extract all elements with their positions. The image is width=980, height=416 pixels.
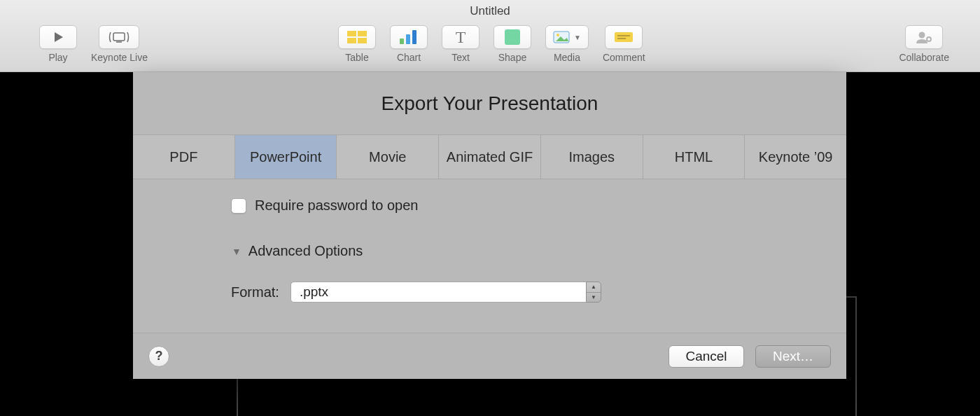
media-icon [553,31,570,43]
toolbar-item-keynote-live: Keynote Live [91,25,148,63]
play-button[interactable] [39,25,77,49]
toolbar-item-media: ▼ Media [545,25,589,63]
svg-marker-0 [55,32,63,42]
chevron-down-icon: ▼ [574,34,581,41]
play-label: Play [48,52,67,63]
toolbar-item-shape: Shape [493,25,531,63]
tab-powerpoint[interactable]: PowerPoint [235,135,337,179]
format-label: Format: [231,284,279,300]
toolbar-item-comment: Comment [603,25,645,63]
sheet-footer: ? Cancel Next… [133,333,846,379]
table-button[interactable] [338,25,376,49]
format-popup[interactable]: .pptx ▲ ▼ [290,282,601,303]
chart-button[interactable] [390,25,428,49]
chevron-down-icon: ▼ [587,293,601,303]
shape-icon [505,29,520,45]
toolbar-item-table: Table [338,25,376,63]
advanced-options-label: Advanced Options [248,243,363,259]
require-password-checkbox[interactable] [231,198,246,214]
tab-images[interactable]: Images [541,135,643,179]
toolbar-item-play: Play [39,25,77,63]
shape-button[interactable] [493,25,531,49]
comment-icon [615,32,633,42]
advanced-options-row[interactable]: ▼ Advanced Options [232,243,846,259]
sheet-body: Require password to open ▼ Advanced Opti… [133,179,846,321]
text-button[interactable]: T [442,25,479,49]
export-tabs: PDF PowerPoint Movie Animated GIF Images… [133,135,846,179]
collaborate-icon [914,30,934,44]
toolbar-right: Collaborate [899,25,949,63]
tab-html[interactable]: HTML [643,135,746,179]
table-label: Table [345,52,368,63]
media-button[interactable]: ▼ [545,25,589,49]
chart-label: Chart [397,52,421,63]
chart-icon [399,30,419,44]
tab-movie[interactable]: Movie [337,135,439,179]
svg-rect-1 [113,33,125,41]
sheet-title-row: Export Your Presentation [133,72,846,135]
toolbar-item-chart: Chart [390,25,428,63]
text-label: Text [451,52,470,63]
comment-button[interactable] [605,25,643,49]
comment-label: Comment [603,52,645,63]
keynote-live-button[interactable] [99,25,139,49]
text-icon: T [456,29,466,46]
tab-animated-gif[interactable]: Animated GIF [439,135,541,179]
tab-pdf[interactable]: PDF [133,135,235,179]
chevron-up-icon: ▲ [587,282,601,293]
format-value: .pptx [290,282,586,303]
keynote-live-icon [106,30,132,44]
toolbar-left: Play Keynote Live [39,25,148,63]
play-icon [52,31,64,43]
collaborate-label: Collaborate [899,52,949,63]
export-sheet: Export Your Presentation PDF PowerPoint … [133,72,846,379]
svg-point-4 [556,34,559,36]
disclosure-triangle-icon: ▼ [232,246,241,257]
next-button[interactable]: Next… [755,345,831,368]
sheet-title: Export Your Presentation [382,92,598,115]
help-button[interactable]: ? [148,346,169,367]
popup-stepper-icon[interactable]: ▲ ▼ [586,282,601,303]
toolbar-center: Table Chart T Text Shape [338,25,645,63]
table-icon [347,31,367,43]
titlebar: Untitled Play Keynot [0,0,980,72]
collaborate-button[interactable] [905,25,943,49]
toolbar-item-text: T Text [442,25,479,63]
require-password-row: Require password to open [231,197,846,214]
toolbar-item-collaborate: Collaborate [899,25,949,63]
require-password-label: Require password to open [255,197,418,214]
cancel-button[interactable]: Cancel [668,345,744,368]
media-label: Media [554,52,580,63]
shape-label: Shape [498,52,526,63]
window-title: Untitled [0,4,980,18]
tab-keynote09[interactable]: Keynote ’09 [745,135,846,179]
keynote-live-label: Keynote Live [91,52,148,63]
format-row: Format: .pptx ▲ ▼ [231,282,846,303]
svg-point-6 [919,32,925,39]
